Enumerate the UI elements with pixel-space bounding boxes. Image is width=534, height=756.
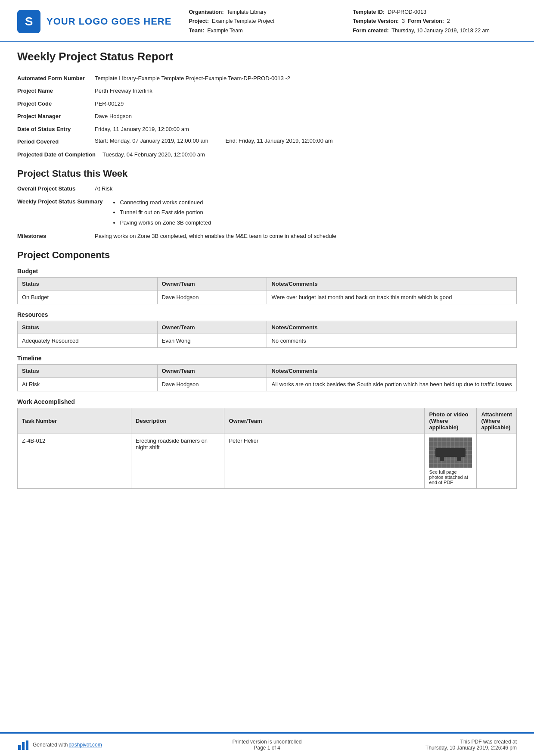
- budget-col-status: Status: [18, 278, 158, 291]
- resources-subheading: Resources: [17, 311, 517, 318]
- svg-rect-20: [457, 457, 461, 461]
- period-covered-label: Period Covered: [17, 137, 95, 146]
- work-col-attachment: Attachment (Where applicable): [477, 408, 517, 434]
- org-label: Organisation:: [189, 9, 224, 15]
- timeline-col-notes: Notes/Comments: [267, 365, 517, 378]
- period-covered-values: Start: Monday, 07 January 2019, 12:00:00…: [95, 137, 517, 144]
- work-owner: Peter Helier: [224, 434, 425, 489]
- list-item: Paving works on Zone 3B completed: [120, 218, 517, 228]
- project-value: Example Template Project: [212, 18, 274, 24]
- form-version-value: 2: [447, 18, 450, 24]
- work-col-owner: Owner/Team: [224, 408, 425, 434]
- field-project-manager: Project Manager Dave Hodgson: [17, 112, 517, 121]
- resources-col-status: Status: [18, 321, 158, 334]
- logo-text: YOUR LOGO GOES HERE: [47, 16, 171, 27]
- timeline-header-row: Status Owner/Team Notes/Comments: [18, 365, 517, 378]
- field-project-name: Project Name Perth Freeway Interlink: [17, 87, 517, 95]
- footer-generated-link[interactable]: dashpivot.com: [68, 742, 102, 748]
- footer-page-number: Page 1 of 4: [121, 745, 413, 751]
- budget-subheading: Budget: [17, 268, 517, 275]
- resources-status: Adequately Resourced: [18, 334, 158, 348]
- list-item: Connecting road works continued: [120, 197, 517, 207]
- weekly-summary-list: Connecting road works continued Tunnel f…: [109, 197, 517, 228]
- field-milestones: Milestones Paving works on Zone 3B compl…: [17, 232, 517, 241]
- main-content: Weekly Project Status Report Automated F…: [0, 42, 534, 732]
- header-meta-left: Organisation: Template Library Project: …: [189, 8, 353, 35]
- timeline-subheading: Timeline: [17, 355, 517, 362]
- field-automated-form-number: Automated Form Number Template Library-E…: [17, 74, 517, 83]
- org-value: Template Library: [227, 9, 266, 15]
- timeline-owner: Dave Hodgson: [157, 378, 267, 391]
- weekly-summary-label: Weekly Project Status Summary: [17, 197, 109, 206]
- template-version-value: 3: [402, 18, 405, 24]
- list-item: Tunnel fit out on East side portion: [120, 207, 517, 217]
- team-value: Example Team: [207, 28, 242, 34]
- resources-owner: Evan Wong: [157, 334, 267, 348]
- project-status-heading: Project Status this Week: [17, 168, 517, 179]
- logo-area: S YOUR LOGO GOES HERE: [17, 8, 171, 35]
- field-project-code: Project Code PER-00129: [17, 100, 517, 108]
- field-date-of-status: Date of Status Entry Friday, 11 January …: [17, 125, 517, 134]
- resources-col-notes: Notes/Comments: [267, 321, 517, 334]
- budget-notes: Were over budget last month and back on …: [267, 291, 517, 304]
- page: S YOUR LOGO GOES HERE Organisation: Temp…: [0, 0, 534, 756]
- header-meta: Organisation: Template Library Project: …: [189, 8, 517, 35]
- footer-logo-icon: [17, 739, 29, 751]
- timeline-status: At Risk: [18, 378, 158, 391]
- form-created-value: Thursday, 10 January 2019, 10:18:22 am: [391, 28, 490, 34]
- svg-rect-18: [435, 448, 466, 457]
- work-accomplished-table: Task Number Description Owner/Team Photo…: [17, 408, 517, 489]
- work-accomplished-subheading: Work Accomplished: [17, 398, 517, 405]
- milestones-value: Paving works on Zone 3B completed, which…: [95, 232, 517, 241]
- work-col-task: Task Number: [18, 408, 131, 434]
- field-overall-status: Overall Project Status At Risk: [17, 184, 517, 193]
- period-start-value: Start: Monday, 07 January 2019, 12:00:00…: [95, 137, 208, 144]
- milestones-label: Milestones: [17, 232, 95, 241]
- template-version-label: Template Version:: [353, 18, 399, 24]
- timeline-table: Status Owner/Team Notes/Comments At Risk…: [17, 364, 517, 391]
- table-row: Adequately Resourced Evan Wong No commen…: [18, 334, 517, 348]
- team-label: Team:: [189, 28, 204, 34]
- template-id-value: DP-PROD-0013: [388, 9, 426, 15]
- field-projected-date: Projected Date of Completion Tuesday, 04…: [17, 150, 517, 159]
- work-photo: See full page photos attached at end of …: [425, 434, 477, 489]
- budget-col-notes: Notes/Comments: [267, 278, 517, 291]
- field-weekly-summary: Weekly Project Status Summary Connecting…: [17, 197, 517, 228]
- footer-page-text: Page 1 of 4: [254, 745, 280, 751]
- svg-rect-23: [26, 740, 28, 750]
- report-title: Weekly Project Status Report: [17, 50, 517, 67]
- footer-pdf-created-value: Thursday, 10 January 2019, 2:26:46 pm: [413, 745, 517, 751]
- project-manager-value: Dave Hodgson: [95, 112, 517, 121]
- timeline-col-owner: Owner/Team: [157, 365, 267, 378]
- resources-col-owner: Owner/Team: [157, 321, 267, 334]
- svg-rect-19: [440, 457, 444, 461]
- work-task-number: Z-4B-012: [18, 434, 131, 489]
- projected-date-label: Projected Date of Completion: [17, 150, 102, 159]
- form-created-label: Form created:: [353, 28, 388, 34]
- budget-owner: Dave Hodgson: [157, 291, 267, 304]
- resources-table: Status Owner/Team Notes/Comments Adequat…: [17, 321, 517, 348]
- timeline-col-status: Status: [18, 365, 158, 378]
- resources-notes: No comments: [267, 334, 517, 348]
- table-row: Z-4B-012 Erecting roadside barriers on n…: [18, 434, 517, 489]
- logo-icon: S: [17, 10, 40, 33]
- footer-right: This PDF was created at Thursday, 10 Jan…: [413, 739, 517, 751]
- footer: Generated with dashpivot.com Printed ver…: [0, 732, 534, 756]
- table-row: On Budget Dave Hodgson Were over budget …: [18, 291, 517, 304]
- work-attachment: [477, 434, 517, 489]
- field-period-covered: Period Covered Start: Monday, 07 January…: [17, 137, 517, 146]
- date-of-status-value: Friday, 11 January 2019, 12:00:00 am: [95, 125, 517, 134]
- work-col-photo: Photo or video (Where applicable): [425, 408, 477, 434]
- project-manager-label: Project Manager: [17, 112, 95, 121]
- header-meta-right: Template ID: DP-PROD-0013 Template Versi…: [353, 8, 517, 35]
- resources-header-row: Status Owner/Team Notes/Comments: [18, 321, 517, 334]
- work-col-description: Description: [131, 408, 224, 434]
- template-id-label: Template ID:: [353, 9, 385, 15]
- overall-status-label: Overall Project Status: [17, 184, 95, 193]
- project-code-label: Project Code: [17, 100, 95, 108]
- budget-table: Status Owner/Team Notes/Comments On Budg…: [17, 277, 517, 304]
- budget-status: On Budget: [18, 291, 158, 304]
- weekly-summary-bullets: Connecting road works continued Tunnel f…: [109, 197, 517, 228]
- automated-form-number-value: Template Library-Example Template Projec…: [95, 74, 517, 83]
- project-code-value: PER-00129: [95, 100, 517, 108]
